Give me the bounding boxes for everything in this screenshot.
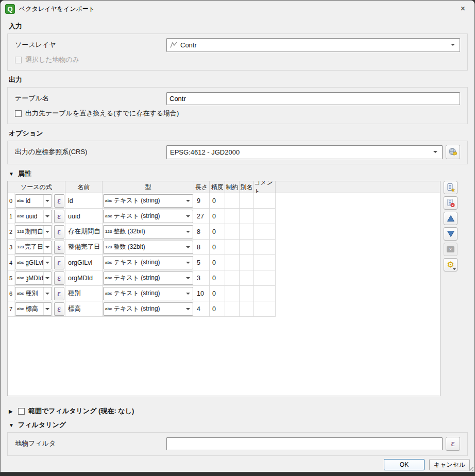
length-cell[interactable]: 4 <box>194 301 210 317</box>
constraint-cell[interactable] <box>225 209 240 224</box>
field-name-cell[interactable]: uuid <box>65 209 103 224</box>
field-name-cell[interactable]: 標高 <box>65 301 103 317</box>
constraint-cell[interactable] <box>225 255 240 270</box>
length-cell[interactable]: 9 <box>194 193 210 209</box>
attributes-section-header[interactable]: ▼ 属性 <box>9 169 468 178</box>
length-cell[interactable]: 3 <box>194 270 210 286</box>
length-cell[interactable]: 10 <box>194 286 210 301</box>
length-cell[interactable]: 8 <box>194 224 210 240</box>
alias-cell[interactable] <box>240 240 254 255</box>
crs-combo[interactable]: EPSG:4612 - JGD2000 <box>166 145 443 159</box>
comment-cell[interactable] <box>254 193 276 209</box>
comment-cell[interactable] <box>254 209 276 224</box>
length-cell[interactable]: 5 <box>194 255 210 270</box>
field-options-button[interactable]: ⚙ <box>444 258 457 271</box>
alias-cell[interactable] <box>240 301 254 317</box>
expression-button[interactable]: ε <box>54 225 64 239</box>
comment-cell[interactable] <box>254 270 276 286</box>
source-expression-combo[interactable]: abc orgGILvl <box>15 256 52 269</box>
ok-button[interactable]: OK <box>384 459 425 470</box>
move-field-up-button[interactable] <box>444 212 457 225</box>
alias-cell[interactable] <box>240 286 254 301</box>
comment-cell[interactable] <box>254 255 276 270</box>
move-field-down-button[interactable] <box>444 227 457 241</box>
row-number[interactable]: 3 <box>8 240 14 255</box>
length-cell[interactable]: 8 <box>194 240 210 255</box>
comment-cell[interactable] <box>254 224 276 240</box>
replace-table-checkbox[interactable] <box>15 110 22 117</box>
precision-cell[interactable]: 0 <box>210 240 225 255</box>
field-name-cell[interactable]: orgGILvl <box>65 255 103 270</box>
field-name-cell[interactable]: id <box>65 193 103 209</box>
alias-cell[interactable] <box>240 255 254 270</box>
precision-cell[interactable]: 0 <box>210 193 225 209</box>
header-name[interactable]: 名前 <box>65 181 103 193</box>
add-field-button[interactable]: ★ <box>444 181 457 194</box>
source-expression-combo[interactable]: abc id <box>15 194 52 208</box>
comment-cell[interactable] <box>254 301 276 317</box>
expression-button[interactable]: ε <box>54 256 64 269</box>
comment-cell[interactable] <box>254 240 276 255</box>
source-expression-combo[interactable]: abc 種別 <box>15 287 52 300</box>
source-layer-combo[interactable]: Contr <box>166 38 460 52</box>
constraint-cell[interactable] <box>225 270 240 286</box>
constraint-cell[interactable] <box>225 240 240 255</box>
source-expression-combo[interactable]: 123 存在期間自 <box>15 225 52 239</box>
expression-button[interactable]: ε <box>54 194 64 208</box>
field-name-cell[interactable]: 存在期間自 <box>65 224 103 240</box>
row-number[interactable]: 4 <box>8 255 14 270</box>
field-type-combo[interactable]: abc テキスト (string) <box>103 287 193 300</box>
field-name-cell[interactable]: orgMDId <box>65 270 103 286</box>
row-number[interactable]: 7 <box>8 301 14 317</box>
row-number[interactable]: 6 <box>8 286 14 301</box>
source-expression-combo[interactable]: 123 整備完了日 <box>15 241 52 254</box>
row-number[interactable]: 1 <box>8 209 14 224</box>
constraint-cell[interactable] <box>225 286 240 301</box>
precision-cell[interactable]: 0 <box>210 286 225 301</box>
delete-field-button[interactable]: × <box>444 196 457 210</box>
constraint-cell[interactable] <box>225 301 240 317</box>
filtering-section-header[interactable]: ▼ フィルタリング <box>9 420 468 430</box>
source-expression-combo[interactable]: abc 標高 <box>15 302 52 316</box>
close-icon[interactable]: × <box>451 1 474 17</box>
alias-cell[interactable] <box>240 193 254 209</box>
precision-cell[interactable]: 0 <box>210 301 225 317</box>
row-number[interactable]: 2 <box>8 224 14 240</box>
expression-builder-button[interactable]: ε <box>446 437 460 451</box>
header-length[interactable]: 長さ <box>194 181 210 193</box>
field-type-combo[interactable]: 123 整数 (32bit) <box>103 241 193 254</box>
table-name-input[interactable] <box>166 92 460 105</box>
alias-cell[interactable] <box>240 209 254 224</box>
header-precision[interactable]: 精度 <box>210 181 225 193</box>
row-number[interactable]: 5 <box>8 270 14 286</box>
extent-filter-checkbox[interactable] <box>18 408 25 415</box>
expression-button[interactable]: ε <box>54 302 64 316</box>
expression-button[interactable]: ε <box>54 287 64 300</box>
header-source[interactable]: ソースの式 <box>8 181 65 193</box>
header-comment[interactable]: コメント <box>254 181 276 193</box>
field-name-cell[interactable]: 整備完了日 <box>65 240 103 255</box>
field-type-combo[interactable]: abc テキスト (string) <box>103 194 193 208</box>
resize-grip[interactable] <box>468 465 474 471</box>
field-type-combo[interactable]: abc テキスト (string) <box>103 302 193 316</box>
precision-cell[interactable]: 0 <box>210 209 225 224</box>
cancel-button[interactable]: キャンセル <box>429 459 470 470</box>
expression-button[interactable]: ε <box>54 241 64 254</box>
constraint-cell[interactable] <box>225 193 240 209</box>
field-type-combo[interactable]: abc テキスト (string) <box>103 256 193 269</box>
expression-button[interactable]: ε <box>54 210 64 223</box>
comment-cell[interactable] <box>254 286 276 301</box>
header-alias[interactable]: 別名 <box>240 181 254 193</box>
precision-cell[interactable]: 0 <box>210 270 225 286</box>
alias-cell[interactable] <box>240 224 254 240</box>
field-type-combo[interactable]: 123 整数 (32bit) <box>103 225 193 239</box>
field-type-combo[interactable]: abc テキスト (string) <box>103 210 193 223</box>
constraint-cell[interactable] <box>225 224 240 240</box>
field-type-combo[interactable]: abc テキスト (string) <box>103 271 193 285</box>
extent-section-header[interactable]: ▶ 範囲でフィルタリング (現在: なし) <box>9 406 468 416</box>
field-name-cell[interactable]: 種別 <box>65 286 103 301</box>
alias-cell[interactable] <box>240 270 254 286</box>
length-cell[interactable]: 27 <box>194 209 210 224</box>
header-type[interactable]: 型 <box>103 181 194 193</box>
expression-button[interactable]: ε <box>54 271 64 285</box>
